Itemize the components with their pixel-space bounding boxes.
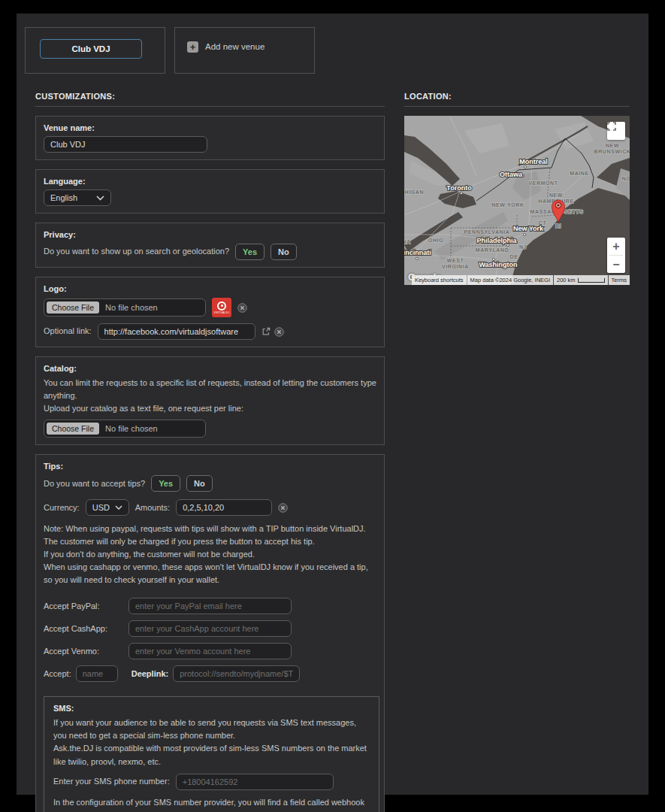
external-link-icon[interactable] <box>261 327 271 336</box>
deeplink-input[interactable] <box>173 665 300 682</box>
city-dot <box>523 233 525 235</box>
sms-phone-label: Enter your SMS phone number: <box>53 775 170 788</box>
map-region-label: DE <box>510 254 518 259</box>
tips-no-button[interactable]: No <box>186 475 213 492</box>
logo-label: Logo: <box>44 284 376 293</box>
venue-tab-club-vdj[interactable]: Club VDJ <box>40 39 142 59</box>
google-map[interactable]: MICHIGAN VERMONT MAINE NEW BRUNSWICK NEW… <box>404 116 630 285</box>
accept-label: Accept: <box>44 668 71 680</box>
catalog-choose-file-button[interactable]: Choose File <box>47 423 99 435</box>
chevron-down-icon <box>96 195 104 201</box>
accept-name-input[interactable] <box>76 665 118 682</box>
map-region-label: BRUNSWICK <box>594 149 630 154</box>
city-dot <box>460 192 462 194</box>
catalog-section: Catalog: You can limit the requests to a… <box>35 356 385 445</box>
paypal-input[interactable] <box>128 598 292 614</box>
logo-file-status: No file chosen <box>105 303 158 312</box>
map-region-label: RI <box>555 223 561 229</box>
map-region-label: PENNSYLVANIA <box>464 229 509 235</box>
city-dot <box>416 257 418 259</box>
logo-choose-file-button[interactable]: Choose File <box>47 301 99 314</box>
amounts-label: Amounts: <box>135 501 170 514</box>
tips-note-line: If you don't do anything, the customer w… <box>44 548 376 561</box>
catalog-file-input[interactable]: Choose File No file chosen <box>44 420 206 438</box>
map-region-label: VIRGINIA <box>442 264 469 269</box>
chevron-down-icon <box>115 505 122 510</box>
map-data-attribution: Map data ©2024 Google, INEGI <box>467 275 553 285</box>
map-city-label: Cincinnati <box>404 249 431 256</box>
venmo-input[interactable] <box>128 643 292 659</box>
map-region-label: NA <box>404 239 411 244</box>
sms-intro-line: If you want your audience to be able to … <box>53 717 370 742</box>
tips-note-line: When using cashapp or venmo, these apps … <box>44 561 376 586</box>
map-scale-text: 200 km <box>557 277 576 283</box>
virtualdj-disc-icon <box>217 301 226 311</box>
cashapp-label: Accept CashApp: <box>44 624 128 633</box>
virtualdj-logo-thumbnail: VIRTUALDJ <box>212 298 231 317</box>
venue-name-input[interactable] <box>44 136 207 153</box>
tips-yes-button[interactable]: Yes <box>151 475 180 492</box>
catalog-line2: Upload your catalog as a text file, one … <box>44 402 376 415</box>
deeplink-label: Deeplink: <box>131 668 169 680</box>
currency-value: USD <box>92 503 110 512</box>
sms-webhook-line: In the configuration of your SMS number … <box>53 796 370 812</box>
map-region-label: MAINE <box>570 171 589 176</box>
map-region-label: NEW <box>606 143 619 148</box>
fullscreen-icon <box>607 122 616 131</box>
language-select[interactable]: English <box>44 189 111 206</box>
location-column: LOCATION: <box>404 92 630 285</box>
privacy-question: Do you want to show up on search or geol… <box>44 245 229 258</box>
map-city-label: Philadelphia <box>476 237 517 244</box>
currency-label: Currency: <box>44 501 80 514</box>
sms-phone-input[interactable] <box>176 774 334 790</box>
privacy-no-button[interactable]: No <box>271 244 297 260</box>
map-region-label: NJ <box>519 244 527 250</box>
tips-note-line: Note: When using paypal, requests with t… <box>44 523 376 535</box>
optional-link-input[interactable] <box>98 323 255 340</box>
add-venue-label: Add new venue <box>205 41 264 51</box>
language-value: English <box>50 193 77 202</box>
zoom-control: + − <box>607 238 625 273</box>
map-region-label: MICHIGAN <box>404 189 424 195</box>
tips-section: Tips: Do you want to accept tips? Yes No… <box>35 454 385 812</box>
map-region-label: OHIO <box>428 238 443 243</box>
map-city-label: Toronto <box>446 184 472 192</box>
amounts-input[interactable] <box>176 499 272 516</box>
map-city-label: Washington <box>479 261 517 268</box>
remove-link-icon[interactable] <box>274 327 284 337</box>
venue-tab-box: Club VDJ <box>25 27 165 74</box>
catalog-line1: You can limit the requests to a specific… <box>44 377 376 402</box>
map-city-label: New York <box>513 225 544 232</box>
catalog-file-status: No file chosen <box>105 424 158 433</box>
zoom-out-button[interactable]: − <box>607 256 625 273</box>
remove-logo-icon[interactable] <box>237 303 247 313</box>
privacy-section: Privacy: Do you want to show up on searc… <box>35 223 385 268</box>
paypal-label: Accept PayPal: <box>44 601 128 611</box>
add-venue-button[interactable]: + Add new venue <box>174 27 315 74</box>
city-dot <box>524 165 526 168</box>
tips-question: Do you want to accept tips? <box>44 477 145 490</box>
heading-divider <box>35 106 385 107</box>
clear-amounts-icon[interactable] <box>278 503 288 513</box>
map-region-label: NOV <box>622 176 630 181</box>
catalog-label: Catalog: <box>44 364 376 373</box>
venue-name-label: Venue name: <box>44 123 376 132</box>
main-panel: Club VDJ + Add new venue CUSTOMIZATIONS:… <box>17 14 648 795</box>
location-heading: LOCATION: <box>404 92 630 101</box>
map-region-label: NEW <box>549 192 563 198</box>
logo-file-input[interactable]: Choose File No file chosen <box>44 298 206 317</box>
currency-select[interactable]: USD <box>86 499 129 516</box>
tips-note-line: The customer will only be charged if you… <box>44 535 376 548</box>
privacy-yes-button[interactable]: Yes <box>235 244 264 260</box>
keyboard-shortcuts-button[interactable]: Keyboard shortcuts <box>412 275 467 285</box>
cashapp-input[interactable] <box>128 620 292 637</box>
heading-divider <box>404 106 630 107</box>
sms-section: SMS: If you want your audience to be abl… <box>44 696 379 812</box>
zoom-in-button[interactable]: + <box>607 238 625 255</box>
fullscreen-button[interactable] <box>607 122 625 140</box>
privacy-label: Privacy: <box>44 230 376 239</box>
map-region-label: WEST <box>447 258 464 263</box>
map-attribution-bar: Keyboard shortcuts Map data ©2024 Google… <box>412 275 630 285</box>
map-city-label: Ottawa <box>500 171 523 178</box>
terms-link[interactable]: Terms <box>609 275 630 285</box>
